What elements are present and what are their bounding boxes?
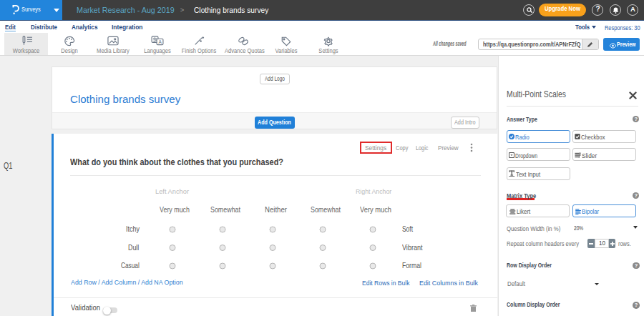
svg-text:A: A [158,39,162,44]
